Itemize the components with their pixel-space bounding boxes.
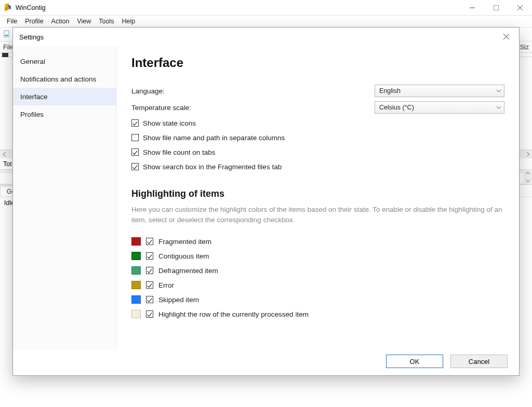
checkbox-show-state-icons[interactable] — [131, 119, 139, 127]
settings-title: Settings — [19, 33, 44, 41]
maximize-button[interactable] — [484, 0, 508, 16]
checkbox-hl-fragmented[interactable] — [146, 238, 153, 245]
checkbox-separate-columns[interactable] — [131, 134, 139, 141]
scroll-left-icon[interactable] — [0, 150, 9, 158]
settings-close-button[interactable] — [495, 29, 517, 44]
language-select[interactable]: English — [375, 85, 504, 97]
sidebar-item-profiles[interactable]: Profiles — [13, 105, 116, 123]
swatch-defragmented[interactable] — [131, 266, 141, 275]
swatch-fragmented[interactable] — [131, 237, 141, 246]
temperature-label: Temperature scale: — [131, 104, 375, 112]
settings-sidebar: General Notifications and actions Interf… — [13, 46, 117, 349]
swatch-error[interactable] — [131, 281, 141, 289]
checkbox-hl-defragmented[interactable] — [146, 267, 153, 274]
settings-content: Interface Language: English Temperature … — [117, 46, 519, 349]
checkbox-hl-error[interactable] — [146, 281, 153, 289]
main-menubar: File Profile Action View Tools Help — [0, 16, 532, 27]
swatch-skipped[interactable] — [131, 295, 141, 304]
checkbox-hl-current-row[interactable] — [146, 310, 153, 318]
menu-action[interactable]: Action — [48, 18, 73, 25]
menu-file[interactable]: File — [4, 18, 20, 25]
menu-view[interactable]: View — [74, 18, 94, 25]
language-label: Language: — [131, 87, 375, 95]
svg-rect-4 — [4, 31, 9, 37]
app-icon — [4, 4, 12, 12]
svg-rect-5 — [5, 35, 8, 36]
close-button[interactable] — [508, 0, 532, 16]
main-window-title: WinContig — [16, 4, 46, 11]
checkbox-label: Show state icons — [143, 119, 196, 127]
svg-rect-1 — [494, 5, 499, 10]
sidebar-item-notifications[interactable]: Notifications and actions — [13, 70, 116, 88]
scroll-down-icon[interactable] — [523, 177, 532, 184]
document-icon[interactable] — [3, 30, 11, 38]
checkbox-hl-contiguous[interactable] — [146, 252, 153, 260]
chevron-down-icon — [497, 89, 501, 93]
settings-footer: OK Cancel — [13, 349, 519, 375]
main-vertical-scrollbar[interactable] — [523, 170, 532, 184]
menu-help[interactable]: Help — [118, 18, 138, 25]
checkbox-label: Show file count on tabs — [143, 148, 216, 156]
main-titlebar: WinContig — [0, 0, 532, 16]
scroll-up-icon[interactable] — [523, 170, 532, 177]
totals-label: Tot — [3, 160, 12, 168]
hl-label: Error — [158, 281, 174, 289]
hl-label: Fragmented item — [158, 238, 211, 246]
col-size-label[interactable]: Siz — [520, 44, 529, 51]
hl-label: Highlight the row of the currently proce… — [158, 310, 309, 318]
checkbox-label: Show search box in the Fragmented files … — [143, 163, 282, 171]
page-title: Interface — [131, 56, 504, 70]
hl-label: Skipped item — [158, 296, 199, 304]
checkbox-hl-skipped[interactable] — [146, 296, 153, 303]
temperature-value: Celsius (°C) — [379, 104, 414, 111]
highlight-heading: Highlighting of items — [131, 188, 504, 199]
ok-button[interactable]: OK — [386, 355, 443, 368]
chevron-down-icon — [497, 106, 501, 110]
settings-titlebar: Settings — [13, 28, 519, 46]
highlight-description: Here you can customize the highlight col… — [131, 205, 504, 225]
hl-label: Defragmented item — [158, 267, 218, 275]
checkbox-label: Show file name and path in separate colu… — [143, 134, 285, 142]
menu-profile[interactable]: Profile — [22, 18, 46, 25]
swatch-current-row[interactable] — [131, 310, 141, 318]
settings-dialog: Settings General Notifications and actio… — [12, 27, 520, 376]
swatch-contiguous[interactable] — [131, 252, 141, 260]
scroll-right-icon[interactable] — [523, 150, 532, 158]
hl-label: Contiguous item — [158, 252, 209, 260]
temperature-select[interactable]: Celsius (°C) — [375, 101, 504, 114]
checkbox-search-box[interactable] — [131, 163, 139, 170]
minimize-button[interactable] — [460, 0, 484, 16]
language-value: English — [379, 87, 401, 94]
sidebar-item-general[interactable]: General — [13, 52, 116, 70]
checkbox-file-count-tabs[interactable] — [131, 148, 139, 156]
menu-tools[interactable]: Tools — [96, 18, 117, 25]
cancel-button[interactable]: Cancel — [450, 355, 508, 368]
sidebar-item-interface[interactable]: Interface — [13, 88, 116, 105]
